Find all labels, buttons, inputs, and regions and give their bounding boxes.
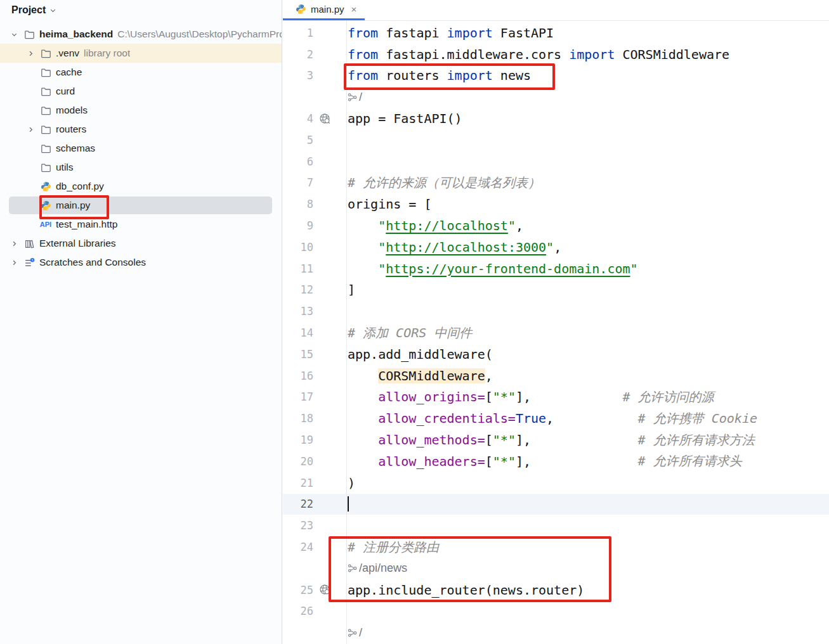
endpoint-icon[interactable] <box>313 584 346 596</box>
code-line-14[interactable]: 14# 添加 CORS 中间件 <box>283 322 829 344</box>
chevron-spacer <box>23 177 38 196</box>
code-line-6[interactable]: 6 <box>283 151 829 172</box>
chevron-right-icon[interactable] <box>6 234 22 253</box>
project-panel-title: Project <box>11 4 46 16</box>
line-number: 6 <box>283 155 313 168</box>
python-icon <box>38 196 53 215</box>
tree-item-external-libraries[interactable]: External Libraries <box>0 234 282 253</box>
tree-item-cache[interactable]: cache <box>0 63 282 82</box>
tree-item-db-conf-py[interactable]: db_conf.py <box>0 177 282 196</box>
code-text: app = FastAPI() <box>346 108 462 129</box>
line-number: 14 <box>283 326 313 339</box>
tree-item-label: test_main.http <box>56 219 117 230</box>
inlay-hint-row[interactable]: /api/news <box>283 558 829 579</box>
code-line-10[interactable]: 10 "http://localhost:3000", <box>283 236 829 258</box>
route-inlay-hint[interactable]: / <box>346 91 362 104</box>
tree-item-label: models <box>56 105 88 116</box>
code-line-9[interactable]: 9 "http://localhost", <box>283 215 829 236</box>
code-line-22[interactable]: 22 <box>283 494 829 515</box>
code-line-2[interactable]: 2from fastapi.middleware.cors import COR… <box>283 44 829 65</box>
tree-item-heima-backend[interactable]: heima_backendC:\Users\August\Desktop\Pyc… <box>0 25 282 44</box>
code-line-4[interactable]: 4app = FastAPI() <box>283 108 829 129</box>
endpoint-icon[interactable] <box>313 113 346 125</box>
line-number: 8 <box>283 198 313 210</box>
code-line-13[interactable]: 13 <box>283 300 829 322</box>
chevron-spacer <box>23 139 38 158</box>
folder-icon <box>38 44 53 63</box>
route-icon <box>348 628 357 638</box>
tree-item-curd[interactable]: curd <box>0 82 282 101</box>
line-number: 23 <box>283 519 313 532</box>
chevron-down-icon <box>48 6 58 15</box>
chevron-right-icon[interactable] <box>6 253 22 272</box>
gutter: 1 <box>283 22 346 44</box>
tree-item-extra-text: library root <box>84 48 130 59</box>
route-inlay-hint[interactable]: /api/news <box>346 562 407 575</box>
code-line-19[interactable]: 19 allow_methods=["*"], # 允许所有请求方法 <box>283 429 829 451</box>
python-icon <box>38 177 53 196</box>
chevron-down-icon[interactable] <box>6 25 22 44</box>
code-line-25[interactable]: 25app.include_router(news.router) <box>283 579 829 601</box>
close-icon[interactable]: × <box>351 4 357 15</box>
chevron-right-icon[interactable] <box>23 120 38 139</box>
gutter: 6 <box>283 151 346 172</box>
tree-item-models[interactable]: models <box>0 101 282 120</box>
code-line-3[interactable]: 3from routers import news <box>283 65 829 87</box>
inlay-hint-row[interactable]: / <box>283 86 829 108</box>
chevron-spacer <box>23 82 38 101</box>
code-line-7[interactable]: 7# 允许的来源（可以是域名列表） <box>283 172 829 194</box>
chevron-spacer <box>23 158 38 177</box>
tree-item--venv[interactable]: .venvlibrary root <box>0 44 282 63</box>
code-editor[interactable]: 1from fastapi import FastAPI2from fastap… <box>283 21 829 644</box>
text-caret <box>348 496 349 512</box>
code-line-26[interactable]: 26 <box>283 601 829 622</box>
code-line-18[interactable]: 18 allow_credentials=True, # 允许携带 Cookie <box>283 408 829 429</box>
code-text: ) <box>346 472 355 494</box>
tree-item-scratches-and-consoles[interactable]: Scratches and Consoles <box>0 253 282 272</box>
gutter <box>283 622 346 643</box>
chevron-right-icon[interactable] <box>23 44 38 63</box>
tree-item-routers[interactable]: routers <box>0 120 282 139</box>
line-number: 12 <box>283 283 313 296</box>
tree-item-schemas[interactable]: schemas <box>0 139 282 158</box>
tree-item-test-main-http[interactable]: APItest_main.http <box>0 215 282 234</box>
scratches-icon <box>22 253 37 272</box>
code-line-20[interactable]: 20 allow_headers=["*"], # 允许所有请求头 <box>283 451 829 472</box>
line-number: 19 <box>283 434 313 446</box>
code-line-1[interactable]: 1from fastapi import FastAPI <box>283 22 829 44</box>
gutter: 4 <box>283 108 346 129</box>
code-line-12[interactable]: 12] <box>283 280 829 301</box>
code-line-21[interactable]: 21) <box>283 472 829 494</box>
code-line-8[interactable]: 8origins = [ <box>283 193 829 215</box>
line-number: 17 <box>283 390 313 403</box>
code-line-11[interactable]: 11 "https://your-frontend-domain.com" <box>283 258 829 280</box>
gutter <box>283 86 346 108</box>
editor-tab-bar: main.py × <box>283 0 829 21</box>
code-text: app.add_middleware( <box>346 344 493 365</box>
code-line-23[interactable]: 23 <box>283 515 829 536</box>
tree-item-utils[interactable]: utils <box>0 158 282 177</box>
line-number: 18 <box>283 412 313 425</box>
inlay-hint-row[interactable]: / <box>283 622 829 643</box>
gutter: 12 <box>283 280 346 301</box>
code-line-17[interactable]: 17 allow_origins=["*"], # 允许访问的源 <box>283 387 829 408</box>
code-line-16[interactable]: 16 CORSMiddleware, <box>283 365 829 387</box>
gutter-divider <box>346 21 347 644</box>
project-panel-header[interactable]: Project <box>0 0 282 20</box>
chevron-spacer <box>23 196 38 215</box>
library-icon <box>22 234 37 253</box>
code-text: origins = [ <box>346 193 431 215</box>
tab-main-py[interactable]: main.py × <box>283 0 365 20</box>
code-text: allow_origins=["*"], # 允许访问的源 <box>346 387 714 408</box>
chevron-spacer <box>23 101 38 120</box>
tree-item-main-py[interactable]: main.py <box>0 196 282 215</box>
code-line-15[interactable]: 15app.add_middleware( <box>283 344 829 365</box>
line-number: 15 <box>283 348 313 361</box>
code-line-5[interactable]: 5 <box>283 129 829 151</box>
route-inlay-hint[interactable]: / <box>346 626 362 640</box>
tree-item-label: schemas <box>56 143 95 154</box>
code-text: "http://localhost:3000", <box>346 236 561 258</box>
line-number: 7 <box>283 176 313 189</box>
code-line-24[interactable]: 24# 注册分类路由 <box>283 536 829 558</box>
project-tree: heima_backendC:\Users\August\Desktop\Pyc… <box>0 25 282 272</box>
